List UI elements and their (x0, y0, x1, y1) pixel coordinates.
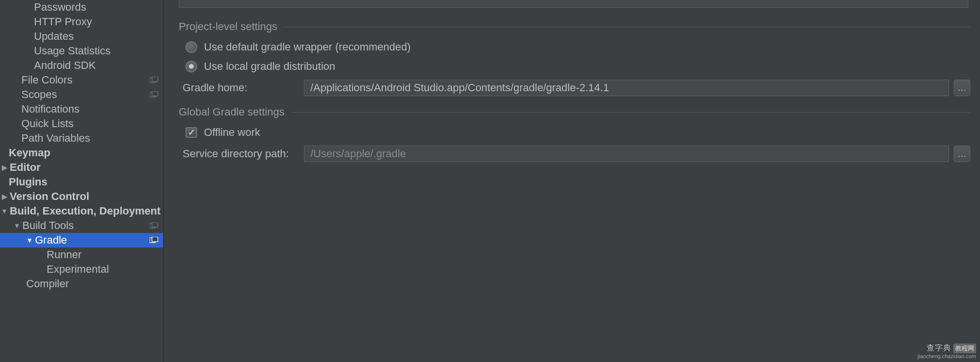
sidebar-item-keymap[interactable]: Keymap (0, 146, 163, 160)
watermark-sub: jiaocheng.chazidian.com (918, 353, 976, 359)
sidebar-item-label: Experimental (47, 263, 109, 276)
radio-label: Use local gradle distribution (204, 60, 335, 73)
sidebar-item-label: Keymap (9, 147, 51, 159)
sidebar-item-label: Quick Lists (21, 117, 74, 130)
field-label: Gradle home: (183, 82, 304, 94)
gradle-home-input[interactable] (304, 80, 949, 96)
section-label: Global Gradle settings (179, 106, 285, 118)
chevron-down-icon[interactable]: ▼ (14, 222, 20, 230)
linked-projects-box (179, 0, 968, 8)
section-label: Project-level settings (179, 20, 277, 33)
section-global: Global Gradle settings (179, 106, 970, 118)
section-divider (284, 27, 970, 27)
sidebar-item-editor[interactable]: ▶Editor (0, 160, 163, 175)
sidebar-item-label: Gradle (35, 234, 67, 247)
sidebar-item-runner[interactable]: Runner (0, 247, 163, 262)
chevron-down-icon[interactable]: ▼ (1, 207, 8, 215)
sidebar-item-usage-statistics[interactable]: Usage Statistics (0, 44, 163, 58)
sidebar-item-label: Scopes (21, 88, 57, 101)
sidebar-item-label: Runner (47, 248, 82, 261)
watermark-text: 查字典 (927, 343, 951, 353)
sidebar-item-plugins[interactable]: Plugins (0, 175, 163, 189)
sidebar-item-label: Usage Statistics (34, 45, 111, 57)
sidebar-item-path-variables[interactable]: Path Variables (0, 131, 163, 146)
radio-default-wrapper-row[interactable]: Use default gradle wrapper (recommended) (186, 41, 970, 53)
sidebar-item-android-sdk[interactable]: Android SDK (0, 58, 163, 73)
offline-work-row[interactable]: Offline work (186, 126, 970, 139)
sidebar-item-label: Passwords (34, 1, 86, 14)
svg-rect-7 (152, 237, 158, 242)
section-project-level: Project-level settings (179, 20, 970, 33)
radio-icon[interactable] (186, 61, 197, 72)
chevron-down-icon[interactable]: ▼ (26, 236, 33, 244)
sidebar-item-compiler[interactable]: Compiler (0, 277, 163, 291)
checkbox-label: Offline work (204, 126, 260, 139)
sidebar-item-gradle[interactable]: ▼Gradle (0, 233, 163, 247)
service-dir-row: Service directory path: … (183, 146, 970, 162)
sidebar-item-version-control[interactable]: ▶Version Control (0, 189, 163, 204)
sidebar-item-scopes[interactable]: Scopes (0, 87, 163, 102)
settings-main: Project-level settings Use default gradl… (164, 0, 980, 362)
project-scope-icon (150, 222, 158, 229)
sidebar-item-file-colors[interactable]: File Colors (0, 73, 163, 87)
sidebar-item-updates[interactable]: Updates (0, 29, 163, 44)
radio-local-distribution-row[interactable]: Use local gradle distribution (186, 60, 970, 73)
field-label: Service directory path: (183, 148, 304, 160)
sidebar-item-label: Android SDK (34, 59, 96, 72)
chevron-right-icon[interactable]: ▶ (1, 193, 8, 200)
sidebar-item-quick-lists[interactable]: Quick Lists (0, 116, 163, 131)
project-scope-icon (150, 77, 158, 83)
browse-button[interactable]: … (954, 146, 970, 162)
settings-sidebar: PasswordsHTTP ProxyUpdatesUsage Statisti… (0, 0, 164, 362)
sidebar-item-passwords[interactable]: Passwords (0, 0, 163, 15)
watermark-tag: 教程网 (953, 344, 976, 353)
gradle-home-row: Gradle home: … (183, 80, 970, 96)
sidebar-item-label: Build, Execution, Deployment (10, 205, 160, 217)
watermark: 查字典 教程网 jiaocheng.chazidian.com (918, 343, 976, 359)
sidebar-item-label: Build Tools (22, 219, 74, 232)
project-scope-icon (150, 237, 158, 244)
sidebar-item-label: HTTP Proxy (34, 16, 92, 28)
sidebar-item-label: Plugins (9, 176, 47, 188)
sidebar-item-http-proxy[interactable]: HTTP Proxy (0, 15, 163, 29)
sidebar-item-build-tools[interactable]: ▼Build Tools (0, 218, 163, 233)
chevron-right-icon[interactable]: ▶ (1, 164, 8, 171)
section-divider (291, 112, 970, 113)
service-dir-input[interactable] (304, 146, 949, 162)
sidebar-item-label: Compiler (26, 278, 69, 290)
checkbox-icon[interactable] (186, 127, 197, 138)
sidebar-item-label: Version Control (10, 190, 89, 203)
sidebar-item-label: Notifications (21, 103, 80, 115)
svg-rect-5 (152, 222, 158, 227)
sidebar-item-label: Path Variables (21, 132, 90, 145)
sidebar-item-notifications[interactable]: Notifications (0, 102, 163, 116)
browse-button[interactable]: … (954, 80, 970, 96)
svg-rect-1 (152, 77, 158, 82)
radio-icon[interactable] (186, 41, 197, 53)
project-scope-icon (150, 91, 158, 98)
radio-label: Use default gradle wrapper (recommended) (204, 41, 411, 53)
sidebar-item-build-execution-deployment[interactable]: ▼Build, Execution, Deployment (0, 204, 163, 218)
sidebar-item-label: Editor (10, 161, 41, 174)
svg-rect-3 (152, 91, 158, 96)
sidebar-item-label: Updates (34, 30, 74, 43)
sidebar-item-label: File Colors (21, 74, 72, 86)
sidebar-item-experimental[interactable]: Experimental (0, 262, 163, 277)
